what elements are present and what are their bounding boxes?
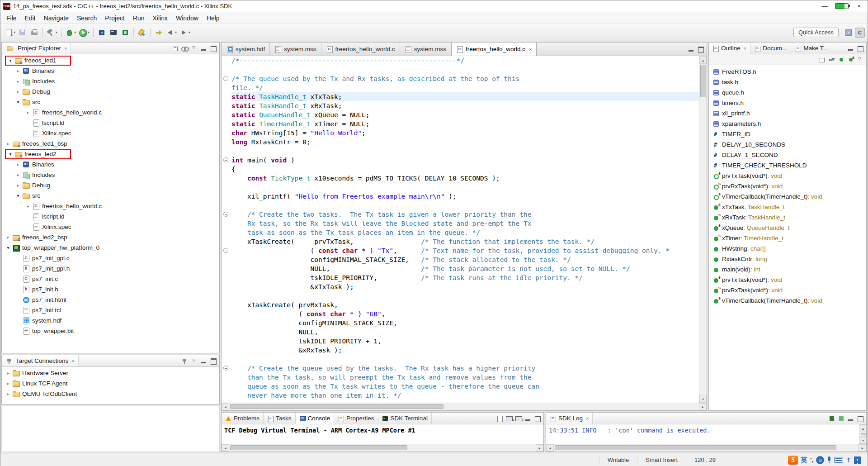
tab-console[interactable]: Console bbox=[296, 413, 335, 424]
ime-toolbox-icon[interactable] bbox=[854, 456, 861, 465]
code-line-23[interactable]: configMINIMAL_STACK_SIZE, /* The stack a… bbox=[222, 255, 699, 264]
tree-collapsed-arrow-icon[interactable]: ▸ bbox=[14, 79, 22, 84]
tab-sdk-log[interactable]: SDK Log × bbox=[546, 413, 593, 424]
outline-item-delay-1-second-8[interactable]: DELAY_1_SECOND bbox=[709, 150, 866, 160]
outline-item-rxtaskcntr-18[interactable]: RxtaskCntr : long bbox=[709, 254, 866, 264]
project-item-freertos-hello-world-c[interactable]: ▸freertos_hello_world.c bbox=[2, 107, 219, 118]
tree-collapsed-arrow-icon[interactable]: ▸ bbox=[24, 204, 32, 209]
code-line-19[interactable]: Rx task, so the Rx task will leave the B… bbox=[222, 219, 699, 228]
console-content[interactable]: TCF Debug Virtual Terminal - ARM Cortex-… bbox=[222, 424, 543, 444]
project-item-lscript-ld[interactable]: lscript.ld bbox=[2, 211, 219, 222]
scroll-left-icon[interactable]: ◂ bbox=[222, 403, 229, 410]
project-item-lscript-ld[interactable]: lscript.ld bbox=[2, 118, 219, 128]
outline-item-main-void-19[interactable]: main(void) : int bbox=[709, 264, 866, 275]
minimize-view-icon[interactable] bbox=[200, 45, 208, 52]
editor-tab-system-mss-1[interactable]: system.mss bbox=[270, 43, 321, 56]
menu-run[interactable]: Run bbox=[129, 12, 149, 24]
code-line-9[interactable]: char HWstring[15] = "Hello World"; bbox=[222, 128, 699, 138]
outline-item-hwstring-17[interactable]: HWstring : char[] bbox=[709, 243, 866, 254]
code-line-26[interactable]: &xTxTask ); bbox=[222, 282, 699, 291]
dropdown-arrow-icon[interactable]: ▾ bbox=[175, 30, 177, 34]
editor-tab-system-mss-3[interactable]: system.mss bbox=[400, 43, 451, 56]
tab-problems[interactable]: Problems bbox=[222, 413, 264, 424]
code-line-25[interactable]: tskIDLE_PRIORITY, /* The task runs at th… bbox=[222, 273, 699, 282]
target-item-linux-tcf-agent[interactable]: ▸Linux TCF Agent bbox=[2, 378, 219, 389]
fold-minus-icon[interactable]: − bbox=[223, 248, 228, 253]
code-line-30[interactable]: configMINIMAL_STACK_SIZE, bbox=[222, 319, 699, 328]
clear-log-icon[interactable] bbox=[828, 415, 836, 422]
language-toggle[interactable]: 英 bbox=[801, 456, 807, 465]
open-console-icon[interactable]: ▾ bbox=[514, 415, 523, 422]
sogou-logo-icon[interactable]: S bbox=[788, 456, 798, 465]
dropdown-arrow-icon[interactable]: ▾ bbox=[512, 418, 514, 422]
project-item-binaries[interactable]: ▸Binaries bbox=[2, 66, 219, 76]
fold-collapse-icon[interactable]: − bbox=[222, 74, 231, 83]
sdk-log-content[interactable]: 14:33:51 INFO : 'con' command is execute… bbox=[546, 424, 859, 444]
voice-input-icon[interactable] bbox=[827, 456, 831, 465]
view-menu-icon[interactable] bbox=[190, 45, 198, 52]
maximize-view-icon[interactable] bbox=[533, 415, 542, 422]
code-line-2[interactable] bbox=[222, 65, 699, 74]
tree-collapsed-arrow-icon[interactable]: ▸ bbox=[5, 391, 12, 396]
fold-collapse-icon[interactable]: − bbox=[222, 364, 231, 373]
scroll-right-icon[interactable]: ▸ bbox=[536, 444, 543, 452]
new-target-connection-icon[interactable] bbox=[181, 357, 189, 365]
project-item-ps7-init-gpl-c[interactable]: ps7_init_gpl.c bbox=[2, 253, 219, 263]
ime-skin-icon[interactable]: ↑ bbox=[846, 456, 851, 465]
minimize-view-icon[interactable] bbox=[524, 415, 532, 422]
code-line-1[interactable]: /*--------------------------------------… bbox=[222, 56, 699, 65]
tab-outline[interactable]: Outline× bbox=[709, 43, 750, 54]
debug-button[interactable]: ▾ bbox=[64, 27, 77, 38]
collapse-all-icon[interactable] bbox=[171, 45, 179, 52]
tree-collapsed-arrow-icon[interactable]: ▸ bbox=[14, 68, 22, 73]
project-item-freeos-led1[interactable]: ▾freeos_led1 bbox=[2, 55, 219, 66]
menu-search[interactable]: Search bbox=[73, 12, 101, 24]
project-item-freeos-led1-bsp[interactable]: ▸freeos_led1_bsp bbox=[2, 138, 219, 149]
fold-minus-icon[interactable]: − bbox=[223, 366, 228, 371]
sdk-log-horizontal-scrollbar[interactable]: ◂ ▸ bbox=[546, 444, 866, 452]
code-line-7[interactable]: static QueueHandle_t xQueue = NULL; bbox=[222, 110, 699, 119]
project-item-xilinx-spec[interactable]: Xilinx.spec bbox=[2, 128, 219, 138]
emoji-picker[interactable]: ☺ bbox=[816, 456, 824, 464]
maximize-view-icon[interactable] bbox=[209, 357, 217, 365]
project-item-freeos-led2-bsp[interactable]: ▸freeos_led2_bsp bbox=[2, 232, 219, 243]
project-item-freeos-led2[interactable]: ▾freeos_led2 bbox=[2, 149, 219, 159]
forward-button[interactable]: ▾ bbox=[179, 27, 191, 38]
tree-expanded-arrow-icon[interactable]: ▾ bbox=[14, 193, 22, 198]
close-view-icon[interactable]: × bbox=[586, 416, 589, 421]
dropdown-arrow-icon[interactable]: ▾ bbox=[74, 30, 76, 34]
project-item-binaries[interactable]: ▸Binaries bbox=[2, 159, 219, 170]
code-line-14[interactable]: const TickType_t x10seconds = pdMS_TO_TI… bbox=[222, 174, 699, 183]
dropdown-arrow-icon[interactable]: ▾ bbox=[189, 30, 190, 34]
code-line-27[interactable] bbox=[222, 291, 699, 300]
minimize-editor-icon[interactable] bbox=[687, 46, 695, 53]
project-item-top-wrapper-bit[interactable]: top_wrapper.bit bbox=[2, 326, 219, 336]
back-button[interactable]: ▾ bbox=[165, 27, 178, 38]
close-view-icon[interactable]: × bbox=[71, 358, 74, 364]
outline-item-freertos-h-0[interactable]: FreeRTOS.h bbox=[709, 67, 866, 77]
outline-item-timer-check-threshold-9[interactable]: TIMER_CHECK_THRESHOLD bbox=[709, 160, 866, 171]
view-menu-icon[interactable] bbox=[856, 56, 864, 63]
code-line-22[interactable]: − ( const char * ) "Tx", /* Text name fo… bbox=[222, 246, 699, 255]
punctuation-toggle[interactable]: ’, bbox=[810, 456, 813, 465]
code-line-6[interactable]: static TaskHandle_t xRxTask; bbox=[222, 101, 699, 110]
tree-collapsed-arrow-icon[interactable]: ▸ bbox=[14, 183, 22, 188]
code-line-12[interactable]: −int main( void ) bbox=[222, 156, 699, 165]
menu-edit[interactable]: Edit bbox=[21, 12, 40, 24]
project-item-src[interactable]: ▾src bbox=[2, 190, 219, 201]
code-line-5[interactable]: static TaskHandle_t xTxTask; bbox=[222, 92, 699, 101]
menu-xilinx[interactable]: Xilinx bbox=[149, 12, 172, 24]
project-item-debug[interactable]: ▸Debug bbox=[2, 180, 219, 190]
save-log-icon[interactable] bbox=[837, 415, 845, 422]
editor-tab-system-hdf-0[interactable]: system.hdf bbox=[222, 43, 270, 56]
close-view-icon[interactable]: × bbox=[744, 46, 746, 51]
quick-access-button[interactable]: Quick Access bbox=[793, 28, 839, 37]
sogou-logo[interactable]: S bbox=[788, 456, 798, 465]
project-item-freertos-hello-world-c[interactable]: ▸freertos_hello_world.c bbox=[2, 201, 219, 211]
cpp-perspective-icon[interactable] bbox=[855, 28, 865, 38]
minimize-view-icon[interactable] bbox=[847, 45, 855, 52]
code-line-38[interactable]: never have more than one item in it. */ bbox=[222, 391, 699, 400]
project-item-debug[interactable]: ▸Debug bbox=[2, 86, 219, 97]
code-line-29[interactable]: ( const char * ) "GB", bbox=[222, 309, 699, 319]
outline-item-xtxtask-13[interactable]: sxTxTask : TaskHandle_t bbox=[709, 202, 866, 212]
